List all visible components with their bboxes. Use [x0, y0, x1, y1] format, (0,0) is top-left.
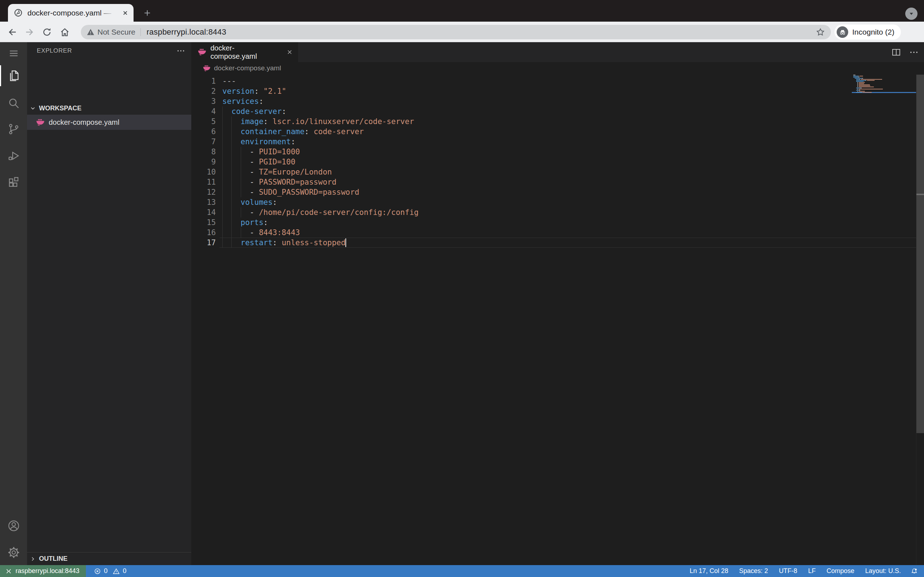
code-line[interactable]: 7 environment:: [191, 137, 852, 147]
code-line[interactable]: 14 - /home/pi/code-server/config:/config: [191, 207, 852, 218]
docker-compose-file-icon: [203, 65, 210, 71]
editor-tab-docker-compose[interactable]: docker-compose.yaml: [191, 42, 298, 62]
back-button[interactable]: [6, 26, 19, 38]
editor-tab-label: docker-compose.yaml: [210, 44, 281, 61]
code-line[interactable]: 2version: "2.1": [191, 86, 852, 96]
remote-icon: [5, 567, 12, 575]
security-label[interactable]: Not Secure: [97, 28, 135, 36]
account-icon[interactable]: [0, 515, 27, 537]
code-line[interactable]: 10 - TZ=Europe/London: [191, 167, 852, 177]
code-line[interactable]: 3services:: [191, 96, 852, 106]
menu-icon[interactable]: [0, 42, 27, 64]
tab-close-icon[interactable]: [121, 8, 130, 18]
url-text[interactable]: raspberrypi.local:8443: [147, 27, 226, 37]
home-button[interactable]: [58, 26, 71, 38]
browser-tab[interactable]: docker-compose.yaml — workspace: [8, 4, 134, 22]
overview-ruler-cursor-marker: [916, 193, 924, 195]
workspace-section-label: WORKSPACE: [39, 105, 82, 112]
language-mode[interactable]: Compose: [827, 567, 855, 575]
split-editor-icon[interactable]: [891, 47, 901, 58]
code-line[interactable]: 6 container_name: code-server: [191, 127, 852, 137]
bookmark-star-icon[interactable]: [816, 27, 825, 37]
workspace-section-header[interactable]: WORKSPACE: [27, 102, 191, 115]
encoding-setting[interactable]: UTF-8: [779, 567, 797, 575]
chevron-down-icon: [30, 105, 36, 111]
problems-indicator[interactable]: 0 0: [94, 567, 126, 575]
extensions-icon[interactable]: [0, 171, 27, 193]
editor-scrollbar[interactable]: [916, 75, 924, 565]
eol-setting[interactable]: LF: [808, 567, 816, 575]
chevron-right-icon: [30, 556, 36, 562]
keyboard-layout[interactable]: Layout: U.S.: [865, 567, 901, 575]
code-line[interactable]: 12 - SUDO_PASSWORD=password: [191, 187, 852, 197]
incognito-label: Incognito (2): [852, 28, 894, 36]
incognito-icon: [837, 26, 848, 38]
editor-more-actions-icon[interactable]: [909, 47, 919, 57]
indentation-setting[interactable]: Spaces: 2: [739, 567, 768, 575]
sidebar-title: EXPLORER: [37, 47, 176, 55]
remote-host-label: raspberrypi.local:8443: [16, 567, 79, 575]
breadcrumb-file-label: docker-compose.yaml: [214, 64, 281, 72]
minimap[interactable]: [852, 75, 916, 93]
incognito-badge[interactable]: Incognito (2): [835, 24, 901, 40]
new-tab-button[interactable]: [142, 7, 153, 19]
errors-icon: [94, 567, 101, 575]
browser-tab-strip: docker-compose.yaml — workspace: [0, 0, 924, 22]
docker-compose-file-icon: [36, 119, 44, 126]
vscode-workbench: EXPLORER WORKSPACE docker-compose.yaml: [0, 42, 924, 565]
reload-button[interactable]: [41, 26, 53, 38]
source-control-icon[interactable]: [0, 118, 27, 140]
remote-indicator[interactable]: raspberrypi.local:8443: [0, 565, 86, 577]
explorer-sidebar: EXPLORER WORKSPACE docker-compose.yaml: [27, 42, 191, 565]
code-line[interactable]: 17 restart: unless-stopped: [191, 238, 852, 248]
code-server-favicon: [14, 8, 23, 17]
browser-toolbar: Not Secure raspberrypi.local:8443 Incogn…: [0, 22, 924, 42]
text-cursor: [346, 239, 346, 247]
address-bar[interactable]: Not Secure raspberrypi.local:8443: [81, 25, 831, 39]
settings-gear-icon[interactable]: [0, 541, 27, 564]
editor-group: docker-compose.yaml: [191, 42, 924, 565]
code-line[interactable]: 11 - PASSWORD=password: [191, 177, 852, 187]
error-count: 0: [104, 567, 108, 575]
file-name: docker-compose.yaml: [49, 118, 120, 127]
search-icon[interactable]: [0, 92, 27, 114]
docker-compose-file-icon: [198, 49, 206, 56]
explorer-more-actions-icon[interactable]: [176, 46, 186, 56]
code-line[interactable]: 8 - PUID=1000: [191, 147, 852, 157]
code-line[interactable]: 16 - 8443:8443: [191, 227, 852, 238]
warnings-icon: [113, 567, 120, 575]
code-line[interactable]: 13 volumes:: [191, 197, 852, 207]
activity-bar: [0, 42, 27, 565]
omnibox-divider: [141, 28, 141, 36]
code-line[interactable]: 9 - PGID=100: [191, 157, 852, 167]
not-secure-warning-icon: [87, 28, 95, 36]
explorer-icon[interactable]: [0, 64, 27, 87]
editor-tab-close-icon[interactable]: [286, 49, 293, 56]
editor-tab-bar: docker-compose.yaml: [191, 42, 924, 62]
code-line[interactable]: 15 ports:: [191, 218, 852, 227]
status-bar: raspberrypi.local:8443 0 0 Ln 17, Col 28…: [0, 565, 924, 577]
code-lines[interactable]: 1---2version: "2.1"3services:4 code-serv…: [191, 76, 852, 248]
screen: docker-compose.yaml — workspace: [0, 0, 924, 577]
code-line[interactable]: 5 image: lscr.io/linuxserver/code-server: [191, 116, 852, 127]
run-debug-icon[interactable]: [0, 145, 27, 167]
scrollbar-thumb[interactable]: [916, 75, 924, 433]
tab-search-button[interactable]: [905, 8, 918, 20]
editor-body[interactable]: 1---2version: "2.1"3services:4 code-serv…: [191, 74, 924, 565]
file-row-docker-compose[interactable]: docker-compose.yaml: [27, 115, 191, 130]
code-line[interactable]: 1---: [191, 76, 852, 86]
outline-section-label: OUTLINE: [39, 555, 68, 562]
warning-count: 0: [123, 567, 126, 575]
breadcrumb[interactable]: docker-compose.yaml: [191, 62, 924, 74]
outline-section-header[interactable]: OUTLINE: [27, 552, 191, 565]
cursor-position[interactable]: Ln 17, Col 28: [690, 567, 729, 575]
notifications-bell-icon[interactable]: [910, 567, 918, 575]
tab-title-fade: [100, 4, 117, 22]
forward-button[interactable]: [23, 26, 36, 38]
code-line[interactable]: 4 code-server:: [191, 106, 852, 116]
